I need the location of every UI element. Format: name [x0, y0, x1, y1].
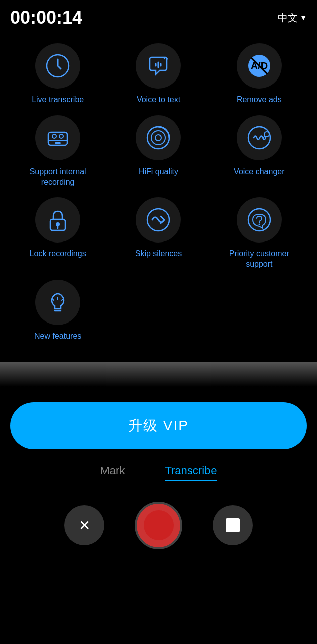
skip-silences-icon: [146, 207, 171, 232]
feature-lock-recordings[interactable]: Lock recordings: [10, 197, 105, 270]
svg-rect-11: [55, 142, 61, 144]
record-tabs: Mark Transcribe: [10, 464, 307, 481]
feature-skip-silences[interactable]: Skip silences: [111, 197, 206, 270]
support-internal-recording-icon: [45, 125, 70, 150]
svg-line-27: [62, 299, 63, 300]
svg-point-8: [52, 134, 56, 138]
voice-to-text-icon-wrap: [136, 43, 181, 89]
live-transcribe-icon-wrap: [35, 43, 80, 89]
record-inner-circle: [144, 510, 174, 540]
live-transcribe-label: Live transcribe: [32, 95, 84, 105]
tab-transcribe[interactable]: Transcribe: [165, 464, 217, 481]
remove-ads-label: Remove ads: [237, 95, 282, 105]
remove-ads-icon-wrap: A/D: [237, 43, 282, 89]
priority-customer-support-label: Priority customer support: [224, 249, 294, 270]
voice-to-text-label: Voice to text: [137, 95, 180, 105]
feature-support-internal-recording[interactable]: Support internal recording: [10, 115, 105, 188]
stop-icon: [226, 518, 240, 532]
language-selector[interactable]: 中文 ▼: [278, 11, 307, 25]
svg-line-17: [263, 136, 265, 138]
support-internal-recording-label: Support internal recording: [23, 167, 93, 188]
feature-live-transcribe[interactable]: Live transcribe: [10, 43, 105, 105]
svg-point-9: [59, 134, 63, 138]
feature-remove-ads[interactable]: A/D Remove ads: [212, 43, 307, 105]
voice-changer-icon: [247, 125, 272, 150]
hifi-quality-label: HiFi quality: [139, 167, 178, 177]
feature-new-features[interactable]: New features: [10, 280, 105, 342]
hifi-quality-icon: [146, 125, 171, 150]
svg-line-26: [52, 299, 54, 300]
lock-recordings-icon: [45, 207, 70, 232]
remove-ads-icon: A/D: [247, 53, 272, 78]
new-features-icon-wrap: [35, 280, 80, 325]
support-internal-recording-icon-wrap: [35, 115, 80, 160]
svg-point-23: [258, 224, 260, 225]
voice-changer-label: Voice changer: [234, 167, 284, 177]
status-time: 00:00:14: [10, 7, 82, 28]
feature-hifi-quality[interactable]: HiFi quality: [111, 115, 206, 188]
svg-point-22: [248, 209, 270, 231]
priority-customer-support-icon-wrap: [237, 197, 282, 243]
skip-silences-label: Skip silences: [135, 249, 182, 259]
svg-point-13: [151, 131, 165, 145]
skip-silences-icon-wrap: [136, 197, 181, 243]
record-button[interactable]: [135, 502, 182, 549]
lock-recordings-label: Lock recordings: [30, 249, 86, 259]
lock-recordings-icon-wrap: [35, 197, 80, 243]
language-label: 中文: [278, 11, 298, 25]
feature-voice-to-text[interactable]: Voice to text: [111, 43, 206, 105]
vip-upgrade-button[interactable]: 升级 VIP: [10, 402, 307, 449]
hifi-quality-icon-wrap: [136, 115, 181, 160]
stop-button[interactable]: [213, 505, 253, 545]
feature-voice-changer[interactable]: Voice changer: [212, 115, 307, 188]
chevron-down-icon: ▼: [300, 14, 307, 22]
voice-to-text-icon: [146, 53, 171, 78]
bottom-section: 升级 VIP Mark Transcribe ✕: [0, 387, 317, 575]
features-section: Live transcribe Voice to text A/D: [0, 33, 317, 357]
new-features-label: New features: [34, 331, 81, 342]
gradient-divider: [0, 362, 317, 387]
cancel-icon: ✕: [79, 517, 90, 534]
new-features-icon: [45, 290, 70, 315]
priority-customer-support-icon: [247, 207, 272, 232]
record-controls: ✕: [10, 492, 307, 565]
svg-point-14: [155, 135, 161, 141]
status-bar: 00:00:14 中文 ▼: [0, 0, 317, 33]
svg-point-16: [264, 132, 269, 137]
tab-mark[interactable]: Mark: [100, 464, 125, 481]
live-transcribe-icon: [45, 53, 70, 78]
feature-priority-customer-support[interactable]: Priority customer support: [212, 197, 307, 270]
cancel-button[interactable]: ✕: [64, 505, 104, 545]
features-grid: Live transcribe Voice to text A/D: [10, 43, 307, 342]
voice-changer-icon-wrap: [237, 115, 282, 160]
